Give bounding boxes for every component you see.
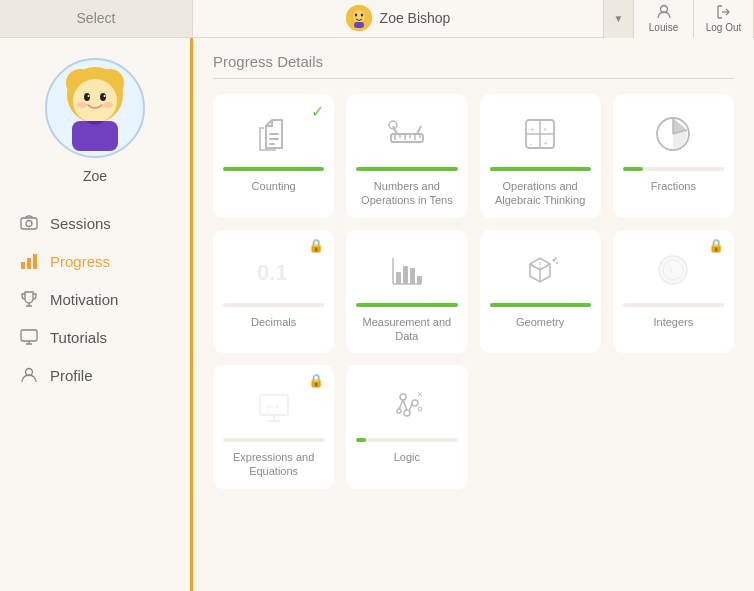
camera-icon xyxy=(20,214,38,232)
louise-button[interactable]: Louise xyxy=(634,0,694,38)
svg-text:×: × xyxy=(417,389,423,400)
counting-label: Counting xyxy=(252,179,296,193)
card-decimals[interactable]: 🔒 0.1 Decimals xyxy=(213,230,334,354)
counting-icon xyxy=(249,109,299,159)
section-title: Progress Details xyxy=(213,53,734,79)
progress-grid: ✓ Counting xyxy=(213,94,734,489)
header-right: ▼ Louise Log Out xyxy=(603,0,754,37)
avatar xyxy=(45,58,145,158)
decimals-bar xyxy=(223,303,324,307)
decimals-lock-icon: 🔒 xyxy=(308,238,324,253)
numbers-operations-label: Numbers and Operations in Tens xyxy=(356,179,457,208)
sidebar-item-profile[interactable]: Profile xyxy=(0,356,190,394)
svg-rect-43 xyxy=(417,276,422,284)
svg-point-62 xyxy=(418,407,422,411)
logic-bar-fill xyxy=(356,438,366,442)
card-integers[interactable]: 🔒 + Integers xyxy=(613,230,734,354)
measurement-data-bar-fill xyxy=(356,303,457,307)
decimals-icon: 0.1 xyxy=(249,245,299,295)
person-icon xyxy=(20,366,38,384)
card-counting[interactable]: ✓ Counting xyxy=(213,94,334,218)
svg-rect-42 xyxy=(410,268,415,284)
svg-text:×: × xyxy=(543,126,547,133)
counting-bar-fill xyxy=(223,167,324,171)
svg-point-15 xyxy=(77,102,87,108)
svg-line-60 xyxy=(399,400,403,409)
geometry-label: Geometry xyxy=(516,315,564,329)
card-numbers-operations[interactable]: Numbers and Operations in Tens xyxy=(346,94,467,218)
svg-point-54 xyxy=(400,394,406,400)
operations-algebraic-icon: + × + - xyxy=(515,109,565,159)
svg-point-12 xyxy=(100,93,106,101)
svg-point-44 xyxy=(553,258,556,261)
monitor-icon xyxy=(20,328,38,346)
svg-rect-18 xyxy=(21,218,37,229)
svg-point-55 xyxy=(412,400,418,406)
fractions-icon xyxy=(648,109,698,159)
svg-rect-40 xyxy=(396,272,401,284)
check-icon: ✓ xyxy=(311,102,324,121)
header: Select Zoe Bishop ▼ Louise xyxy=(0,0,754,38)
geometry-icon xyxy=(515,245,565,295)
counting-bar xyxy=(223,167,324,171)
profile-label: Profile xyxy=(50,367,93,384)
dropdown-button[interactable]: ▼ xyxy=(604,0,634,38)
card-expressions-equations[interactable]: 🔒 y=x Expressions and Equations xyxy=(213,365,334,489)
svg-point-57 xyxy=(397,409,401,413)
measurement-data-bar xyxy=(356,303,457,307)
integers-label: Integers xyxy=(654,315,694,329)
card-measurement-data[interactable]: Measurement and Data xyxy=(346,230,467,354)
measurement-data-label: Measurement and Data xyxy=(356,315,457,344)
fractions-bar-fill xyxy=(623,167,643,171)
sidebar-item-progress[interactable]: Progress xyxy=(0,242,190,280)
tutorials-label: Tutorials xyxy=(50,329,107,346)
sidebar: Zoe Sessions Progress xyxy=(0,38,193,591)
tab-zoe-bishop[interactable]: Zoe Bishop xyxy=(193,0,603,37)
svg-rect-23 xyxy=(21,330,37,341)
card-operations-algebraic[interactable]: + × + - Operations and Algebraic Thinkin… xyxy=(480,94,601,218)
logout-button[interactable]: Log Out xyxy=(694,0,754,38)
svg-point-3 xyxy=(360,13,362,16)
decimals-label: Decimals xyxy=(251,315,296,329)
svg-point-2 xyxy=(354,13,356,16)
fractions-label: Fractions xyxy=(651,179,696,193)
svg-text:y=x: y=x xyxy=(266,402,279,411)
svg-line-59 xyxy=(409,404,412,411)
logic-label: Logic xyxy=(394,450,420,464)
progress-label: Progress xyxy=(50,253,110,270)
integers-bar xyxy=(623,303,724,307)
svg-rect-25 xyxy=(391,134,423,142)
integers-icon: + xyxy=(648,245,698,295)
tab-select[interactable]: Select xyxy=(0,0,193,37)
svg-point-16 xyxy=(103,102,113,108)
expressions-equations-bar xyxy=(223,438,324,442)
svg-text:-: - xyxy=(530,140,533,147)
louise-label: Louise xyxy=(649,22,678,33)
card-logic[interactable]: × Logic xyxy=(346,365,467,489)
operations-algebraic-bar-fill xyxy=(490,167,591,171)
card-geometry[interactable]: Geometry xyxy=(480,230,601,354)
logic-bar xyxy=(356,438,457,442)
integers-lock-icon: 🔒 xyxy=(708,238,724,253)
sidebar-item-sessions[interactable]: Sessions xyxy=(0,204,190,242)
tab-zoe-name: Zoe Bishop xyxy=(380,10,451,26)
svg-rect-20 xyxy=(21,262,25,269)
operations-algebraic-bar xyxy=(490,167,591,171)
content-area: Progress Details ✓ Counting xyxy=(193,38,754,591)
motivation-label: Motivation xyxy=(50,291,118,308)
svg-point-14 xyxy=(104,95,106,97)
svg-text:0.1: 0.1 xyxy=(257,260,288,285)
card-fractions[interactable]: Fractions xyxy=(613,94,734,218)
sidebar-item-tutorials[interactable]: Tutorials xyxy=(0,318,190,356)
main-layout: Zoe Sessions Progress xyxy=(0,38,754,591)
sidebar-nav: Sessions Progress Motivation xyxy=(0,204,190,394)
geometry-bar xyxy=(490,303,591,307)
expressions-lock-icon: 🔒 xyxy=(308,373,324,388)
expressions-equations-label: Expressions and Equations xyxy=(223,450,324,479)
svg-text:+: + xyxy=(543,139,548,148)
fractions-bar xyxy=(623,167,724,171)
logout-label: Log Out xyxy=(706,22,742,33)
sidebar-item-motivation[interactable]: Motivation xyxy=(0,280,190,318)
trophy-icon xyxy=(20,290,38,308)
svg-point-10 xyxy=(73,79,117,123)
